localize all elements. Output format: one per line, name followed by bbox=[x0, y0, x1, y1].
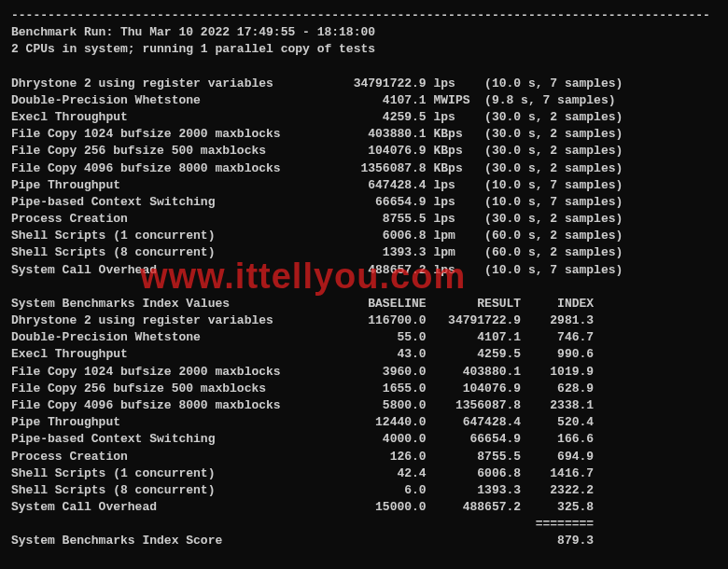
equals-divider: ======== bbox=[11, 516, 717, 533]
index-block: Dhrystone 2 using register variables 116… bbox=[11, 312, 717, 516]
result-row: System Call Overhead 488657.2 lps (10.0 … bbox=[11, 262, 717, 279]
result-row: Pipe Throughput 647428.4 lps (10.0 s, 7 … bbox=[11, 177, 717, 194]
result-row: Execl Throughput 4259.5 lps (30.0 s, 2 s… bbox=[11, 109, 717, 126]
result-row: Double-Precision Whetstone 4107.1 MWIPS … bbox=[11, 92, 717, 109]
index-row: File Copy 4096 bufsize 8000 maxblocks 58… bbox=[11, 397, 717, 414]
index-row: Shell Scripts (8 concurrent) 6.0 1393.3 … bbox=[11, 482, 717, 499]
result-row: File Copy 256 bufsize 500 maxblocks 1040… bbox=[11, 143, 717, 160]
index-row: Pipe Throughput 12440.0 647428.4 520.4 bbox=[11, 414, 717, 431]
result-row: Shell Scripts (8 concurrent) 1393.3 lpm … bbox=[11, 244, 717, 261]
index-row: File Copy 256 bufsize 500 maxblocks 1655… bbox=[11, 381, 717, 397]
index-row: File Copy 1024 bufsize 2000 maxblocks 39… bbox=[11, 364, 717, 381]
result-row: Pipe-based Context Switching 66654.9 lps… bbox=[11, 194, 717, 211]
index-row: Dhrystone 2 using register variables 116… bbox=[11, 312, 717, 329]
index-row: Execl Throughput 43.0 4259.5 990.6 bbox=[11, 346, 717, 363]
results-block: Dhrystone 2 using register variables 347… bbox=[11, 76, 717, 279]
benchmark-run-line: Benchmark Run: Thu Mar 10 2022 17:49:55 … bbox=[11, 24, 717, 41]
result-row: File Copy 4096 bufsize 8000 maxblocks 13… bbox=[11, 160, 717, 177]
result-row: Shell Scripts (1 concurrent) 6006.8 lpm … bbox=[11, 228, 717, 244]
cpu-info-line: 2 CPUs in system; running 1 parallel cop… bbox=[11, 41, 717, 58]
index-row: Shell Scripts (1 concurrent) 42.4 6006.8… bbox=[11, 465, 717, 482]
index-row: Pipe-based Context Switching 4000.0 6665… bbox=[11, 431, 717, 448]
index-row: Double-Precision Whetstone 55.0 4107.1 7… bbox=[11, 329, 717, 346]
result-row: File Copy 1024 bufsize 2000 maxblocks 40… bbox=[11, 126, 717, 143]
divider-top: ----------------------------------------… bbox=[11, 7, 717, 24]
index-row: System Call Overhead 15000.0 488657.2 32… bbox=[11, 499, 717, 516]
result-row: Dhrystone 2 using register variables 347… bbox=[11, 76, 717, 92]
score-row: System Benchmarks Index Score 879.3 bbox=[11, 533, 717, 549]
index-row: Process Creation 126.0 8755.5 694.9 bbox=[11, 449, 717, 465]
result-row: Process Creation 8755.5 lps (30.0 s, 2 s… bbox=[11, 211, 717, 228]
index-header-row: System Benchmarks Index Values BASELINE … bbox=[11, 296, 717, 312]
